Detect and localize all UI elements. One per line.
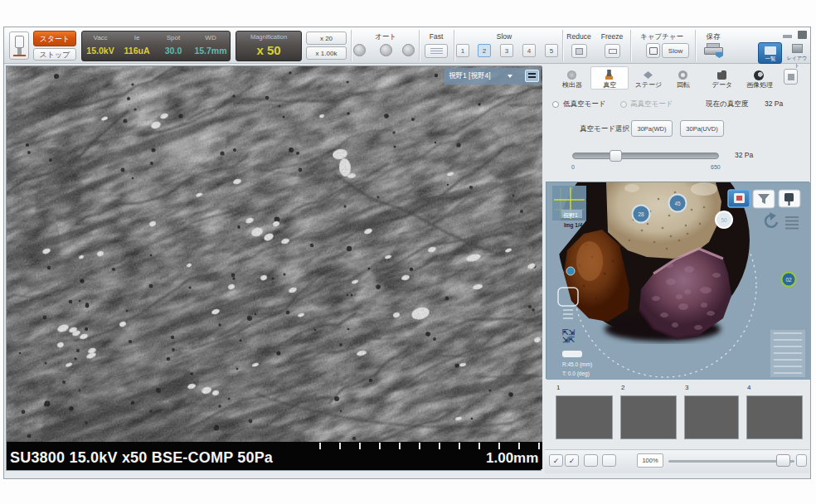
svg-text:Img 1/4: Img 1/4 <box>564 222 583 229</box>
svg-text:T: 0.0 (deg): T: 0.0 (deg) <box>562 371 590 377</box>
svg-text:28: 28 <box>638 211 644 217</box>
svg-text:R:45.0 (mm): R:45.0 (mm) <box>562 361 592 368</box>
svg-text:45: 45 <box>674 201 681 206</box>
svg-text:⇲⇱: ⇲⇱ <box>562 336 576 344</box>
svg-text:02: 02 <box>785 277 792 283</box>
svg-text:50: 50 <box>721 217 727 223</box>
svg-text:視野1: 視野1 <box>563 212 578 219</box>
